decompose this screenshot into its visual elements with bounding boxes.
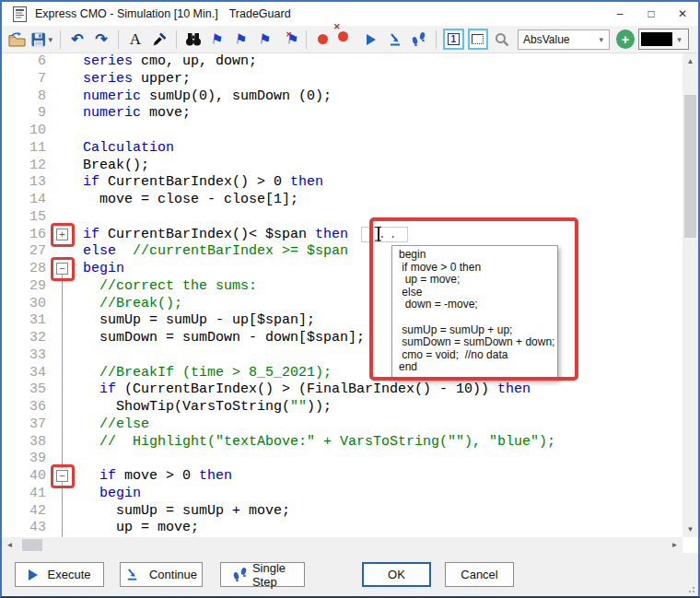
single-step-button[interactable]: Single Step <box>220 562 305 587</box>
code-text: //Break(); <box>83 296 182 313</box>
code-line[interactable]: 30 //Break(); <box>2 296 682 313</box>
code-lines[interactable]: 6series cmo, up, down;7series upper;8num… <box>2 53 682 537</box>
find-button[interactable] <box>182 29 204 51</box>
zoom-button[interactable] <box>491 29 513 51</box>
chevron-down-icon[interactable]: ▾ <box>672 35 686 44</box>
code-text: if move > 0 then <box>83 468 232 486</box>
code-line[interactable]: 29 //correct the sums: <box>2 278 682 296</box>
code-text: series upper; <box>83 71 191 88</box>
clear-bookmarks-button[interactable]: ⚑ ✕ <box>278 29 300 51</box>
variable-combobox[interactable]: AbsValue ▾ <box>518 29 610 50</box>
toggle-bookmark-button[interactable]: ⚑ <box>254 29 276 51</box>
code-line[interactable]: 11Calculation <box>2 140 682 158</box>
redo-icon: ↷ <box>95 32 107 47</box>
execute-toolbar-button[interactable] <box>360 29 382 51</box>
prev-bookmark-flag-icon: ⚑ <box>210 31 224 47</box>
code-text: //BreakIf (time > 8_5_2021); <box>83 365 332 382</box>
scroll-right-arrow[interactable]: ► <box>667 537 682 553</box>
selection-mode-toggle[interactable] <box>468 29 489 50</box>
code-line[interactable]: 12Break(); <box>2 158 682 175</box>
ok-button[interactable]: OK <box>362 562 431 587</box>
resize-grip[interactable] <box>685 583 694 592</box>
code-line[interactable]: 8numeric sumUp(0), sumDown (0); <box>2 88 682 106</box>
code-line[interactable]: 40− if move > 0 then <box>2 468 682 486</box>
line-numbers-icon: 1 <box>448 33 460 45</box>
maximize-button[interactable]: □ <box>636 2 667 26</box>
chevron-down-icon[interactable]: ▾ <box>594 35 609 44</box>
code-line[interactable]: 7series upper; <box>2 71 682 88</box>
code-text: Calculation <box>83 140 174 158</box>
prev-bookmark-button[interactable]: ⚑ <box>206 29 228 51</box>
code-line[interactable]: 14 move = close - close[1]; <box>2 192 682 209</box>
code-line[interactable]: 31 sumUp = sumUp - up[$span]; <box>2 312 682 330</box>
code-line[interactable]: 37 //else <box>2 416 682 434</box>
code-line[interactable]: 13if CurrentBarIndex() > 0 then <box>2 174 682 192</box>
run-to-cursor-icon <box>388 32 402 47</box>
code-line[interactable]: 35 if (CurrentBarIndex() > (FinalBarInde… <box>2 381 682 399</box>
code-line[interactable]: 39 <box>2 451 682 468</box>
horizontal-scrollbar[interactable]: ◄ ► <box>2 537 698 553</box>
code-line[interactable]: 41 begin <box>2 486 682 503</box>
code-line[interactable]: 9numeric move; <box>2 105 682 123</box>
code-line[interactable]: 38 // Highlight("textAbove:" + VarsToStr… <box>2 434 682 451</box>
code-text: up = move; <box>83 520 199 537</box>
code-line[interactable]: 6series cmo, up, down; <box>2 53 682 71</box>
code-line[interactable]: 15 <box>2 209 682 227</box>
vertical-scroll-thumb[interactable] <box>684 95 696 238</box>
code-line[interactable]: 36 ShowTip(VarsToString("")); <box>2 399 682 416</box>
cancel-button[interactable]: Cancel <box>445 562 514 587</box>
vertical-scrollbar[interactable]: ▲ ▼ <box>682 53 698 537</box>
title-bar: Express CMO - Simulation [10 Min.] Trade… <box>2 2 698 26</box>
run-to-cursor-button[interactable] <box>384 29 406 51</box>
line-numbers-toggle[interactable]: 1 <box>443 29 464 50</box>
save-dropdown-caret[interactable]: ▾ <box>48 35 52 44</box>
plus-icon: + <box>616 29 636 49</box>
horizontal-scroll-thumb[interactable] <box>22 539 42 551</box>
tooltip-line: down = -move; <box>399 299 552 311</box>
add-variable-button[interactable]: + <box>614 29 637 51</box>
next-bookmark-button[interactable]: ⚑ <box>230 29 252 51</box>
save-button[interactable]: ▾ <box>29 29 54 51</box>
fold-column <box>46 365 79 382</box>
undo-button[interactable]: ↶ <box>66 29 88 51</box>
annotation-box <box>51 257 75 281</box>
code-text: ShowTip(VarsToString("")); <box>83 399 332 416</box>
toggle-breakpoint-button[interactable] <box>312 29 334 51</box>
selection-box-icon <box>472 34 484 44</box>
execute-button[interactable]: Execute <box>15 562 104 587</box>
code-line[interactable]: 42 sumUp = sumUp + move; <box>2 503 682 521</box>
line-number: 14 <box>2 192 46 209</box>
font-button[interactable]: A <box>124 29 146 51</box>
code-text: if (CurrentBarIndex() > (FinalBarIndex()… <box>83 381 531 399</box>
tooltip-line: sumDown = sumDown + down; <box>399 336 552 349</box>
collapsed-fold-ellipsis[interactable]: ... <box>361 227 408 242</box>
code-line[interactable]: 32 sumDown = sumDown - down[$span]; <box>2 330 682 347</box>
annotation-box <box>51 223 75 247</box>
code-line[interactable]: 27else //currentBarIndex >= $span <box>2 243 682 261</box>
fold-column <box>46 434 79 451</box>
scroll-left-arrow[interactable]: ◄ <box>2 537 18 553</box>
continue-button[interactable]: Continue <box>120 562 203 587</box>
code-text: numeric sumUp(0), sumDown (0); <box>83 88 332 106</box>
line-number: 10 <box>2 123 46 140</box>
code-line[interactable]: 16+if CurrentBarIndex()< $span then... <box>2 227 682 244</box>
minimize-button[interactable]: – <box>604 2 636 26</box>
code-line[interactable]: 28−begin <box>2 261 682 278</box>
color-picker[interactable]: ▾ <box>638 29 689 50</box>
code-line[interactable]: 10 <box>2 123 682 140</box>
close-button[interactable]: ✕ <box>667 2 698 26</box>
code-line[interactable]: 43 up = move; <box>2 520 682 537</box>
paintbrush-icon <box>152 32 167 47</box>
scroll-down-arrow[interactable]: ▼ <box>682 522 698 537</box>
code-line[interactable]: 33 <box>2 347 682 365</box>
single-step-toolbar-button[interactable] <box>408 29 430 51</box>
open-button[interactable] <box>6 29 28 51</box>
fold-column <box>46 174 79 192</box>
code-line[interactable]: 34 //BreakIf (time > 8_5_2021); <box>2 365 682 382</box>
clear-breakpoints-button[interactable]: ✕ <box>336 29 358 51</box>
format-brush-button[interactable] <box>148 29 170 51</box>
horizontal-scroll-track[interactable] <box>18 537 667 553</box>
scroll-up-arrow[interactable]: ▲ <box>682 53 698 69</box>
fold-column <box>46 416 79 434</box>
redo-button[interactable]: ↷ <box>90 29 112 51</box>
